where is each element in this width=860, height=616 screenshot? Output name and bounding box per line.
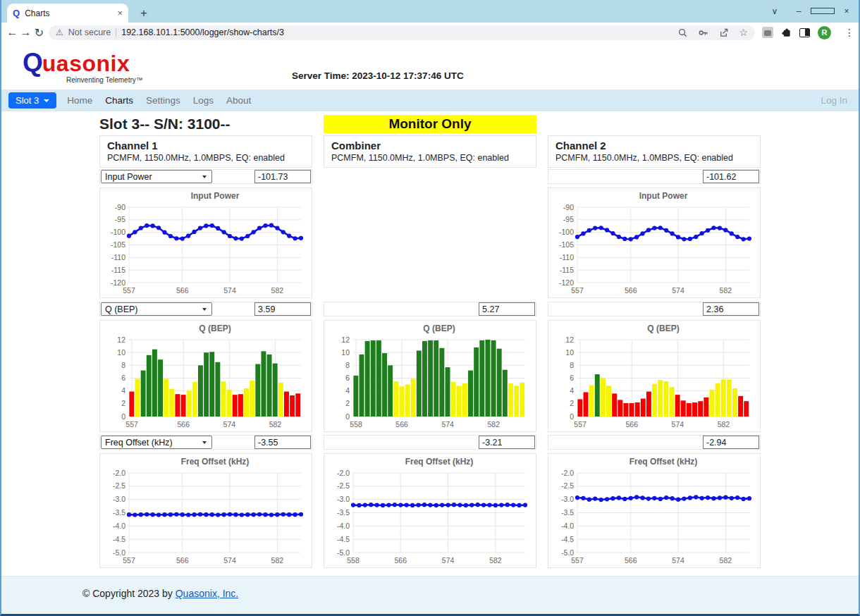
new-tab-button[interactable]: +	[135, 6, 152, 20]
svg-text:-3.5: -3.5	[561, 508, 574, 517]
chevron-down-icon	[202, 175, 207, 178]
metric-select[interactable]: Q (BEP)	[101, 302, 212, 316]
metric-value-field[interactable]	[703, 302, 759, 316]
channel1-metric-row-2: Q (BEP)	[99, 302, 312, 316]
combiner-empty-slot	[324, 169, 536, 302]
url-text: 192.168.101.1:5000/logger/show-charts/3	[121, 27, 672, 37]
svg-text:-95: -95	[115, 215, 125, 223]
channel2-panel: Channel 2 PCMFM, 1150.0MHz, 1.0MBPS, EQ:…	[548, 135, 761, 572]
browser-toolbar: ← → ↻ ⚠ Not secure 192.168.101.1:5000/lo…	[1, 23, 859, 42]
channel2-metric-row-1	[548, 169, 761, 184]
nav-item-logs[interactable]: Logs	[187, 95, 220, 106]
svg-text:6: 6	[345, 374, 350, 382]
channel1-input-power-chart: Input Power-90-95-100-105-110-115-120557…	[99, 187, 312, 298]
svg-text:-90: -90	[115, 203, 125, 211]
svg-text:Freq Offset (kHz): Freq Offset (kHz)	[181, 457, 250, 467]
nav-item-home[interactable]: Home	[61, 95, 99, 106]
slot-dropdown-button[interactable]: Slot 3	[8, 92, 56, 109]
nav-item-about[interactable]: About	[220, 95, 257, 106]
reload-icon[interactable]: ↻	[32, 26, 46, 39]
metric-value-field[interactable]	[254, 302, 311, 316]
bookmark-star-icon[interactable]: ☆	[739, 27, 748, 38]
svg-text:-90: -90	[563, 203, 574, 211]
metric-value-field[interactable]	[254, 436, 311, 449]
metric-value-field[interactable]	[479, 436, 535, 449]
back-icon[interactable]: ←	[6, 26, 19, 39]
combiner-subtitle: PCMFM, 1150.0MHz, 1.0MBPS, EQ: enabled	[324, 152, 536, 164]
menu-kebab-icon[interactable]: ⋮	[844, 27, 854, 38]
svg-text:6: 6	[570, 374, 574, 382]
channel2-subtitle: PCMFM, 1150.0MHz, 1.0MBPS, EQ: enabled	[548, 152, 760, 164]
svg-text:-5.0: -5.0	[113, 548, 125, 557]
channel2-qbep-chart: Q (BEP)121086420557566574582	[548, 320, 761, 432]
svg-text:566: 566	[395, 556, 407, 565]
extensions-puzzle-icon[interactable]	[781, 27, 792, 38]
nav-item-settings[interactable]: Settings	[140, 95, 187, 106]
svg-text:-3.5: -3.5	[113, 508, 125, 517]
search-icon[interactable]	[677, 27, 688, 38]
window-close-icon[interactable]: ×	[835, 0, 859, 23]
profile-avatar[interactable]: R	[818, 26, 831, 39]
browser-tab[interactable]: Q Charts ×	[7, 4, 128, 23]
side-panel-icon[interactable]	[799, 28, 810, 37]
logo-tagline: Reinventing Telemetry™	[66, 77, 143, 84]
svg-text:-105: -105	[111, 240, 125, 249]
svg-text:10: 10	[341, 348, 350, 357]
window-minimize-icon[interactable]: –	[787, 0, 811, 23]
metric-value-field[interactable]	[479, 302, 535, 316]
combiner-header-card: Combiner PCMFM, 1150.0MHz, 1.0MBPS, EQ: …	[324, 135, 536, 168]
site-header: Quasonix Reinventing Telemetry™ Server T…	[1, 42, 859, 90]
svg-text:-2.5: -2.5	[337, 481, 350, 490]
svg-text:-95: -95	[563, 215, 574, 223]
svg-text:Freq Offset (kHz): Freq Offset (kHz)	[405, 457, 474, 467]
metric-value-field[interactable]	[703, 170, 759, 183]
extension-thumbnail-icon[interactable]	[762, 27, 773, 38]
svg-text:582: 582	[489, 556, 502, 565]
channel2-input-power-chart: Input Power-90-95-100-105-110-115-120557…	[548, 187, 761, 298]
svg-text:Input Power: Input Power	[191, 191, 240, 201]
svg-text:-4.5: -4.5	[337, 535, 350, 543]
log-in-link[interactable]: Log In	[821, 95, 847, 106]
address-bar[interactable]: ⚠ Not secure 192.168.101.1:5000/logger/s…	[49, 25, 755, 40]
svg-text:574: 574	[672, 286, 684, 295]
svg-text:557: 557	[123, 286, 135, 295]
combiner-panel: Combiner PCMFM, 1150.0MHz, 1.0MBPS, EQ: …	[324, 135, 536, 572]
svg-text:6: 6	[121, 374, 125, 382]
svg-text:582: 582	[271, 556, 284, 565]
nav-item-charts[interactable]: Charts	[99, 95, 140, 106]
window-menu-chevron-icon[interactable]: ∨	[763, 0, 787, 23]
svg-text:582: 582	[271, 286, 284, 295]
metric-value-field[interactable]	[703, 436, 759, 449]
caret-down-icon	[44, 99, 49, 102]
channel1-qbep-chart: Q (BEP)121086420557566574582	[99, 320, 312, 432]
svg-text:4: 4	[570, 386, 574, 395]
password-key-icon[interactable]	[698, 27, 708, 38]
metric-value-field[interactable]	[254, 170, 311, 183]
svg-text:582: 582	[720, 556, 732, 565]
svg-text:0: 0	[121, 412, 125, 421]
combiner-metric-row-1	[324, 302, 536, 316]
svg-text:10: 10	[565, 348, 574, 357]
window-controls: ∨ – ×	[763, 0, 859, 23]
svg-text:557: 557	[125, 420, 138, 429]
svg-text:-2.5: -2.5	[113, 481, 125, 490]
share-icon[interactable]	[718, 27, 729, 38]
metric-select[interactable]: Input Power	[101, 170, 212, 183]
svg-text:582: 582	[488, 420, 500, 429]
slot-button-label: Slot 3	[16, 95, 39, 106]
svg-text:574: 574	[223, 420, 236, 429]
quasonix-logo[interactable]: Quasonix Reinventing Telemetry™	[23, 49, 143, 84]
svg-text:4: 4	[121, 386, 125, 395]
window-maximize-icon[interactable]	[811, 0, 835, 23]
tab-close-icon[interactable]: ×	[117, 8, 123, 18]
channel1-freq-offset-chart: Freq Offset (kHz)-2.0-2.5-3.0-3.5-4.0-4.…	[99, 453, 312, 568]
quasonix-link[interactable]: Quasonix, Inc.	[176, 588, 239, 599]
forward-icon[interactable]: →	[19, 26, 32, 39]
svg-text:566: 566	[625, 286, 637, 295]
svg-text:-120: -120	[111, 278, 125, 287]
channel2-freq-offset-chart: Freq Offset (kHz)-2.0-2.5-3.0-3.5-4.0-4.…	[548, 453, 761, 568]
browser-window: Q Charts × + ∨ – × ← → ↻ ⚠ Not secure 19…	[0, 0, 860, 616]
svg-text:Q (BEP): Q (BEP)	[199, 324, 231, 333]
metric-select[interactable]: Freq Offset (kHz)	[101, 436, 212, 449]
page-content: Slot 3-- S/N: 3100-- Monitor Only Channe…	[1, 111, 859, 576]
